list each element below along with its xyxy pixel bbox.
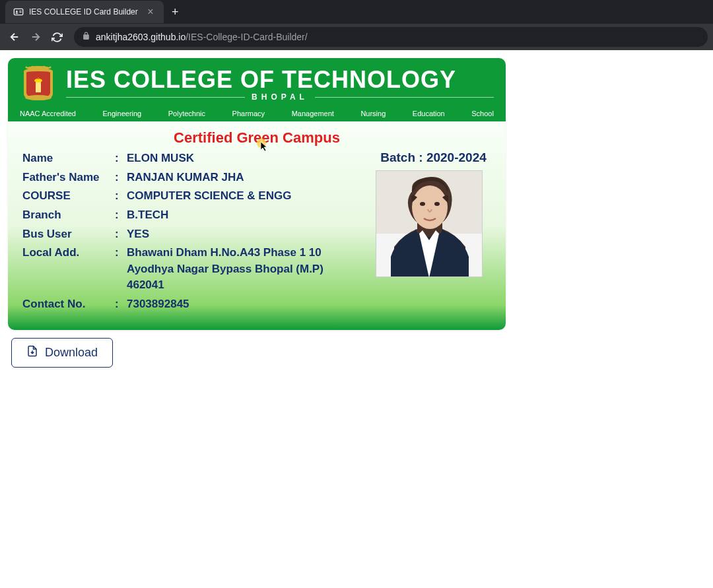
department-item: Engineering bbox=[103, 110, 142, 117]
new-tab-button[interactable]: + bbox=[164, 5, 187, 19]
departments-row: NAAC Accredited Engineering Polytechnic … bbox=[8, 106, 506, 121]
college-logo bbox=[20, 66, 57, 103]
detail-row-branch: Branch:B.TECH bbox=[22, 207, 362, 224]
college-name: IES COLLEGE OF TECHNOLOGY bbox=[66, 66, 494, 94]
detail-row-contact: Contact No.:7303892845 bbox=[22, 296, 362, 313]
svg-point-1 bbox=[16, 11, 18, 13]
tab-bar: IES COLLEGE ID Card Builder × + bbox=[0, 0, 713, 24]
detail-row-bus: Bus User:YES bbox=[22, 226, 362, 243]
svg-rect-0 bbox=[14, 9, 22, 15]
card-body: Certified Green Campus Name:ELON MUSK Fa… bbox=[8, 121, 506, 330]
detail-row-name: Name:ELON MUSK bbox=[22, 150, 362, 167]
reload-button[interactable] bbox=[48, 28, 66, 46]
download-icon bbox=[26, 345, 38, 360]
page-content: IES COLLEGE OF TECHNOLOGY BHOPAL NAAC Ac… bbox=[0, 50, 713, 376]
detail-row-course: COURSE:COMPUTER SCIENCE & ENGG bbox=[22, 188, 362, 205]
svg-point-16 bbox=[420, 202, 425, 206]
browser-tab[interactable]: IES COLLEGE ID Card Builder × bbox=[5, 1, 164, 23]
department-item: Management bbox=[292, 110, 334, 117]
details-table: Name:ELON MUSK Father's Name:RANJAN KUMA… bbox=[22, 150, 362, 315]
id-card: IES COLLEGE OF TECHNOLOGY BHOPAL NAAC Ac… bbox=[8, 58, 506, 330]
card-header: IES COLLEGE OF TECHNOLOGY BHOPAL bbox=[8, 58, 506, 106]
detail-row-address: Local Add.:Bhawani Dham H.No.A43 Phase 1… bbox=[22, 245, 362, 294]
svg-point-9 bbox=[50, 67, 51, 69]
batch-label: Batch : 2020-2024 bbox=[376, 150, 491, 165]
certified-banner: Certified Green Campus bbox=[22, 129, 491, 147]
download-button[interactable]: Download bbox=[11, 338, 113, 368]
department-item: School bbox=[471, 110, 494, 117]
favicon-id-card-icon bbox=[13, 7, 24, 17]
photo-column: Batch : 2020-2024 bbox=[376, 150, 491, 315]
tab-title: IES COLLEGE ID Card Builder bbox=[29, 7, 140, 16]
svg-point-17 bbox=[434, 202, 440, 206]
svg-point-5 bbox=[26, 67, 28, 69]
lock-icon bbox=[82, 31, 90, 43]
city-divider: BHOPAL bbox=[66, 92, 494, 102]
browser-chrome: IES COLLEGE ID Card Builder × + ankitjha… bbox=[0, 0, 713, 50]
detail-row-father: Father's Name:RANJAN KUMAR JHA bbox=[22, 170, 362, 186]
back-button[interactable] bbox=[5, 28, 24, 46]
department-item: Education bbox=[413, 110, 445, 117]
url: ankitjha2603.github.io/IES-College-ID-Ca… bbox=[96, 32, 308, 42]
forward-button[interactable] bbox=[26, 28, 45, 46]
header-text: IES COLLEGE OF TECHNOLOGY BHOPAL bbox=[66, 66, 494, 102]
svg-point-15 bbox=[412, 185, 448, 229]
toolbar: ankitjha2603.github.io/IES-College-ID-Ca… bbox=[0, 24, 713, 50]
city-label: BHOPAL bbox=[252, 92, 308, 102]
download-label: Download bbox=[45, 346, 98, 360]
department-item: Pharmacy bbox=[232, 110, 265, 117]
department-item: Polytechnic bbox=[168, 110, 205, 117]
department-item: NAAC Accredited bbox=[20, 110, 76, 117]
close-tab-icon[interactable]: × bbox=[145, 6, 156, 18]
svg-point-12 bbox=[25, 95, 51, 100]
address-bar[interactable]: ankitjha2603.github.io/IES-College-ID-Ca… bbox=[74, 27, 708, 47]
department-item: Nursing bbox=[360, 110, 386, 117]
student-photo bbox=[376, 170, 483, 277]
